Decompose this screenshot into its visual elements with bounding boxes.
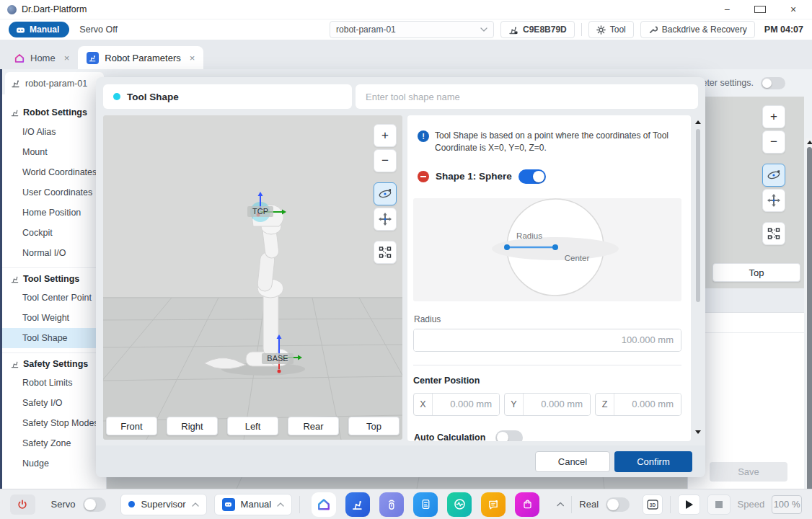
app-logo-icon <box>7 5 17 14</box>
sidebar-item-safety-zone[interactable]: Safety Zone <box>2 433 106 453</box>
tool-shape-name-input[interactable] <box>356 84 698 109</box>
dialog-title: Tool Shape <box>127 92 179 102</box>
sidebar-item-home-position[interactable]: Home Position <box>2 203 106 223</box>
play-icon <box>686 500 693 509</box>
sidebar-item-nudge[interactable]: Nudge <box>2 453 106 474</box>
role-select[interactable]: Supervisor <box>120 494 206 515</box>
scrollbar-thumb[interactable] <box>807 147 812 519</box>
tab-home-close-icon[interactable]: × <box>64 53 70 63</box>
dock-monitoring-app[interactable] <box>447 492 472 517</box>
background-top-view-button[interactable]: Top <box>712 263 800 282</box>
tab-robot-parameters-close-icon[interactable]: × <box>190 53 195 63</box>
measure-button[interactable] <box>762 222 785 245</box>
window-scrollbar[interactable] <box>806 138 812 519</box>
sidebar-item-io-alias[interactable]: I/O Alias <box>2 122 106 142</box>
view-front-button[interactable]: Front <box>106 417 157 435</box>
center-y-input[interactable] <box>524 394 590 415</box>
pulse-monitor-icon <box>454 498 466 510</box>
mode-manual-button[interactable]: Manual <box>9 22 69 37</box>
view-right-button[interactable]: Right <box>167 417 218 435</box>
sidebar-item-tool-shape[interactable]: Tool Shape <box>2 328 106 348</box>
dock-store-app[interactable] <box>515 492 539 517</box>
sidebar-item-safety-stop-modes[interactable]: Safety Stop Modes <box>2 413 106 433</box>
sidebar-section-robot-settings[interactable]: Robot Settings <box>2 102 106 122</box>
measure-button[interactable] <box>374 241 397 264</box>
pan-button[interactable] <box>762 189 785 212</box>
param-file-dropdown[interactable]: robot-param-01 <box>330 21 494 38</box>
sidebar-item-mount[interactable]: Mount <box>2 142 106 162</box>
dialog-footer: Cancel Confirm <box>96 445 705 477</box>
toggle-knob <box>607 499 619 510</box>
cancel-button[interactable]: Cancel <box>535 451 610 472</box>
zoom-out-button[interactable]: − <box>762 130 785 154</box>
power-button[interactable] <box>10 494 35 515</box>
tool-button[interactable]: Tool <box>588 21 634 38</box>
chevron-up-icon <box>192 502 199 507</box>
robot-serial-button[interactable]: C9E8B79D <box>500 21 575 38</box>
orbit-icon <box>767 169 781 182</box>
radius-input[interactable] <box>414 329 681 351</box>
maximize-button[interactable] <box>754 6 766 13</box>
robot-serial-label: C9E8B79D <box>523 25 567 35</box>
scroll-up-icon[interactable] <box>695 120 701 124</box>
speed-value-box[interactable]: 100 % <box>772 495 802 514</box>
pan-button[interactable] <box>374 208 397 231</box>
dock-home-app[interactable] <box>312 492 336 517</box>
center-x-input[interactable] <box>433 394 499 415</box>
sidebar-item-normal-io[interactable]: Normal I/O <box>2 243 106 263</box>
sidebar-item-robot-limits[interactable]: Robot Limits <box>2 373 106 393</box>
scroll-up-icon[interactable] <box>807 141 812 144</box>
zoom-in-button[interactable]: + <box>374 124 397 147</box>
play-button[interactable] <box>678 494 700 515</box>
view-rear-button[interactable]: Rear <box>288 417 339 435</box>
svg-text:3D: 3D <box>650 502 656 507</box>
wrench-icon <box>648 25 658 35</box>
sidebar-item-tool-center-point[interactable]: Tool Center Point <box>2 288 106 308</box>
view-top-button[interactable]: Top <box>348 417 400 435</box>
sidebar-section-safety-settings[interactable]: Safety Settings <box>2 352 106 373</box>
sidebar-section-tool-settings[interactable]: Tool Settings <box>2 267 106 288</box>
orbit-rotate-button[interactable] <box>374 182 397 205</box>
confirm-button[interactable]: Confirm <box>614 451 692 472</box>
zoom-out-button[interactable]: − <box>374 149 397 172</box>
tab-robot-parameters[interactable]: Robot Parameters × <box>78 46 203 69</box>
simulation-3d-button[interactable]: 3D <box>643 494 663 515</box>
settings-lock-toggle[interactable] <box>761 77 785 89</box>
save-button[interactable]: Save <box>710 462 787 482</box>
mode-select[interactable]: Manual <box>214 494 293 515</box>
sidebar-item-user-coordinates[interactable]: User Coordinates <box>2 182 106 203</box>
close-button[interactable]: × <box>787 4 799 15</box>
center-z-input[interactable] <box>614 394 681 415</box>
zoom-in-button[interactable]: + <box>762 105 785 128</box>
dock-task-writer-app[interactable] <box>413 492 438 517</box>
auto-calculation-toggle[interactable] <box>495 430 523 441</box>
servo-toggle[interactable] <box>83 497 107 512</box>
dock-expand-chevron-icon[interactable] <box>557 502 564 507</box>
axis-z-label: Z <box>596 394 614 415</box>
dock-robot-params-app[interactable] <box>345 492 370 517</box>
dock-message-app[interactable] <box>481 492 506 517</box>
minimize-button[interactable]: − <box>721 4 733 15</box>
stop-button[interactable] <box>707 494 730 515</box>
shape-enable-toggle[interactable] <box>518 169 546 184</box>
sidebar-item-world-coordinates[interactable]: World Coordinates <box>2 162 106 182</box>
panel-scrollbar[interactable] <box>694 120 702 436</box>
real-mode-toggle[interactable] <box>606 497 630 512</box>
dialog-3d-viewport[interactable]: TCP BASE + − <box>103 115 402 440</box>
robot-arm-icon <box>11 360 19 368</box>
view-left-button[interactable]: Left <box>227 417 278 435</box>
tab-home[interactable]: Home × <box>6 46 78 69</box>
remove-shape-icon[interactable] <box>418 171 429 182</box>
sidebar-item-tool-weight[interactable]: Tool Weight <box>2 308 106 328</box>
chevron-down-icon <box>480 27 487 32</box>
scroll-down-icon[interactable] <box>695 430 701 434</box>
dock-teach-pendant-app[interactable] <box>379 492 404 517</box>
doc-tab-label: robot-param-01 <box>25 79 87 89</box>
orbit-rotate-button[interactable] <box>762 164 785 187</box>
doc-tab-robot-param[interactable]: robot-param-01 <box>5 72 104 94</box>
sidebar-item-cockpit[interactable]: Cockpit <box>2 223 106 243</box>
sidebar-item-safety-io[interactable]: Safety I/O <box>2 393 106 413</box>
backdrive-recovery-button[interactable]: Backdrive & Recovery <box>640 21 755 38</box>
scrollbar-thumb[interactable] <box>696 129 700 302</box>
center-x-field: X <box>413 393 500 416</box>
